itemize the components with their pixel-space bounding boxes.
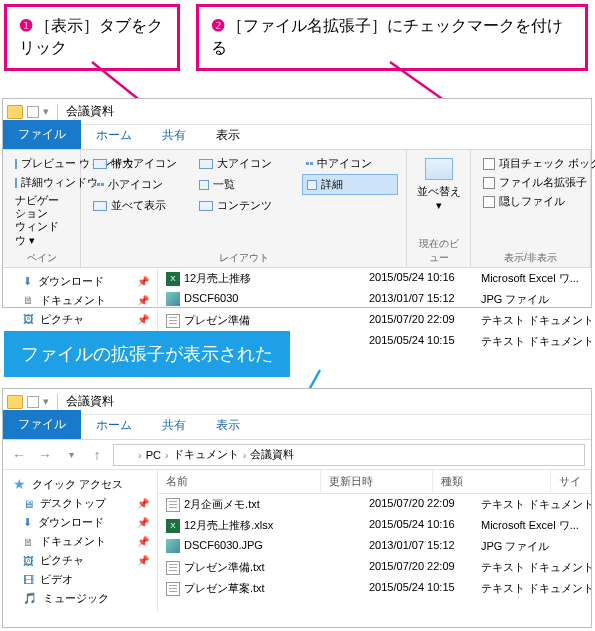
callout-1-text: ［表示］タブをクリック — [19, 17, 163, 56]
ribbon-group-pane: プレビュー ウィンドウ 詳細ウィンドウ ナビゲーション ウィンドウ ▾ ペイン — [3, 150, 81, 267]
ribbon-group-label-layout: レイアウト — [89, 249, 398, 265]
file-list: 名前 更新日時 種類 サイ 2月企画メモ.txt2015/07/20 22:09… — [158, 470, 591, 612]
layout-details[interactable]: 詳細 — [302, 174, 398, 195]
sidebar-downloads[interactable]: ⬇ダウンロード📌 — [3, 272, 157, 291]
callout-1-num: ❶ — [19, 17, 33, 34]
breadcrumb-pc[interactable]: PC — [146, 449, 161, 461]
layout-tiles[interactable]: 並べて表示 — [89, 196, 185, 215]
nav-window-button[interactable]: ナビゲーション ウィンドウ ▾ — [11, 192, 72, 249]
callout-2-num: ❷ — [211, 17, 225, 34]
folder-icon — [7, 395, 23, 409]
layout-content[interactable]: コンテンツ — [195, 196, 291, 215]
callout-2: ❷［ファイル名拡張子］にチェックマークを付ける — [196, 4, 588, 71]
sidebar-videos[interactable]: 🎞ビデオ — [3, 570, 157, 589]
tab-home[interactable]: ホーム — [81, 412, 147, 439]
layout-list[interactable]: 一覧 — [195, 174, 291, 195]
back-button[interactable]: ← — [9, 445, 29, 465]
ribbon: プレビュー ウィンドウ 詳細ウィンドウ ナビゲーション ウィンドウ ▾ ペイン … — [3, 149, 591, 268]
layout-large[interactable]: 大アイコン — [195, 154, 291, 173]
ribbon-group-label-pane: ペイン — [11, 249, 72, 265]
layout-medium[interactable]: 中アイコン — [302, 154, 398, 173]
sidebar-downloads[interactable]: ⬇ダウンロード📌 — [3, 513, 157, 532]
filename-ext-toggle[interactable]: ファイル名拡張子 — [479, 173, 582, 192]
sidebar-pictures[interactable]: 🖼ピクチャ📌 — [3, 551, 157, 570]
dropdown-icon[interactable]: ▾ — [43, 105, 49, 118]
item-checkbox-toggle[interactable]: 項目チェック ボックス — [479, 154, 582, 173]
detail-window-button[interactable]: 詳細ウィンドウ — [11, 173, 72, 192]
sidebar-pictures[interactable]: 🖼ピクチャ📌 — [3, 310, 157, 329]
col-type[interactable]: 種類 — [433, 470, 551, 493]
sidebar: ⬇ダウンロード📌 🗎ドキュメント📌 🖼ピクチャ📌 🎞ビデオ 🎵ミュージック — [3, 268, 158, 340]
breadcrumb-documents[interactable]: ドキュメント — [173, 447, 239, 462]
dropdown-icon[interactable]: ▾ — [43, 395, 49, 408]
explorer-window-2: ▾ 会議資料 ファイル ホーム 共有 表示 ← → ▾ ↑ › PC › ドキュ… — [2, 388, 592, 628]
col-name[interactable]: 名前 — [158, 470, 321, 493]
col-date[interactable]: 更新日時 — [321, 470, 433, 493]
preview-window-button[interactable]: プレビュー ウィンドウ — [11, 154, 72, 173]
file-row[interactable]: DSCF60302013/01/07 15:12JPG ファイル — [158, 289, 591, 310]
file-row[interactable]: DSCF6030.JPG2013/01/07 15:12JPG ファイル — [158, 536, 591, 557]
folder-icon — [120, 449, 134, 461]
ribbon-group-show: 項目チェック ボックス ファイル名拡張子 隠しファイル 表示/非表示 — [471, 150, 591, 267]
address-bar: ← → ▾ ↑ › PC › ドキュメント › 会議資料 — [3, 440, 591, 470]
file-row[interactable]: X12月売上推移.xlsx2015/05/24 10:16Microsoft E… — [158, 515, 591, 536]
explorer-window-1: ▾ 会議資料 ファイル ホーム 共有 表示 プレビュー ウィンドウ 詳細ウィンド… — [2, 98, 592, 308]
breadcrumb-folder[interactable]: 会議資料 — [250, 447, 294, 462]
layout-xlarge[interactable]: 特大アイコン — [89, 154, 185, 173]
tab-share[interactable]: 共有 — [147, 412, 201, 439]
ribbon-tabs: ファイル ホーム 共有 表示 — [3, 125, 591, 149]
tab-share[interactable]: 共有 — [147, 122, 201, 149]
sidebar-documents[interactable]: 🗎ドキュメント📌 — [3, 532, 157, 551]
sort-icon — [425, 158, 453, 180]
sidebar-music[interactable]: 🎵ミュージック — [3, 589, 157, 608]
window-title: 会議資料 — [66, 103, 114, 120]
callout-1: ❶［表示］タブをクリック — [4, 4, 180, 71]
file-row[interactable]: X12月売上推移2015/05/24 10:16Microsoft Excel … — [158, 268, 591, 289]
ribbon-group-label-current: 現在のビュー — [415, 235, 462, 265]
up-button[interactable]: ↑ — [87, 445, 107, 465]
sort-button[interactable]: 並べ替え ▾ — [415, 184, 462, 212]
callout-result: ファイルの拡張子が表示された — [4, 331, 290, 377]
tab-file[interactable]: ファイル — [3, 410, 81, 439]
callout-2-text: ［ファイル名拡張子］にチェックマークを付ける — [211, 17, 563, 56]
file-row[interactable]: 2月企画メモ.txt2015/07/20 22:09テキスト ドキュメント — [158, 494, 591, 515]
list-header[interactable]: 名前 更新日時 種類 サイ — [158, 470, 591, 494]
ribbon-group-current: 並べ替え ▾ 現在のビュー — [407, 150, 471, 267]
ribbon-tabs: ファイル ホーム 共有 表示 — [3, 415, 591, 439]
address-box[interactable]: › PC › ドキュメント › 会議資料 — [113, 444, 585, 466]
sidebar-documents[interactable]: 🗎ドキュメント📌 — [3, 291, 157, 310]
col-size[interactable]: サイ — [551, 470, 591, 493]
ribbon-group-layout: 特大アイコン 大アイコン 中アイコン 小アイコン 一覧 詳細 並べて表示 コンテ… — [81, 150, 407, 267]
quick-access-icon[interactable] — [27, 106, 39, 118]
hidden-files-toggle[interactable]: 隠しファイル — [479, 192, 582, 211]
layout-small[interactable]: 小アイコン — [89, 174, 185, 195]
quick-access-icon[interactable] — [27, 396, 39, 408]
file-row[interactable]: プレゼン草案.txt2015/05/24 10:15テキスト ドキュメント — [158, 578, 591, 599]
file-row[interactable]: プレゼン準備.txt2015/07/20 22:09テキスト ドキュメント — [158, 557, 591, 578]
sidebar-quick-access[interactable]: ★クイック アクセス — [3, 474, 157, 494]
file-row[interactable]: プレゼン準備2015/07/20 22:09テキスト ドキュメント — [158, 310, 591, 331]
window-title: 会議資料 — [66, 393, 114, 410]
file-list: X12月売上推移2015/05/24 10:16Microsoft Excel … — [158, 268, 591, 340]
ribbon-group-label-show: 表示/非表示 — [479, 249, 582, 265]
tab-home[interactable]: ホーム — [81, 122, 147, 149]
sidebar-desktop[interactable]: 🖥デスクトップ📌 — [3, 494, 157, 513]
tab-file[interactable]: ファイル — [3, 120, 81, 149]
tab-view[interactable]: 表示 — [201, 122, 255, 149]
tab-view[interactable]: 表示 — [201, 412, 255, 439]
sidebar: ★クイック アクセス 🖥デスクトップ📌 ⬇ダウンロード📌 🗎ドキュメント📌 🖼ピ… — [3, 470, 158, 612]
folder-icon — [7, 105, 23, 119]
recent-button[interactable]: ▾ — [61, 445, 81, 465]
forward-button[interactable]: → — [35, 445, 55, 465]
